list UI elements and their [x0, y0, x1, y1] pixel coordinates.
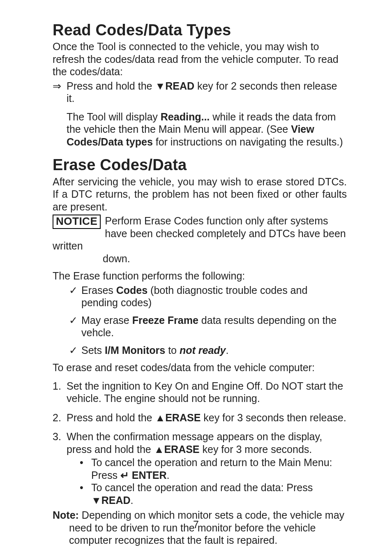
check-text: Erases Codes (both diagnostic trouble co… [81, 284, 347, 309]
section-intro: After servicing the vehicle, you may wis… [53, 176, 347, 213]
document-page: Read Codes/Data Types Once the Tool is c… [0, 0, 392, 552]
arrow-right-double-icon: ⇒ [53, 80, 67, 105]
list-text: Press and hold the ▲ERASE key for 3 seco… [67, 411, 346, 424]
check-text: Sets I/M Monitors to not ready. [81, 344, 228, 357]
section-heading-erase-codes: Erase Codes/Data [53, 155, 347, 174]
triangle-down-icon: ▼ [155, 80, 165, 92]
page-number: 7 [0, 518, 392, 531]
text-fragment: To cancel the operation and read the dat… [91, 482, 313, 493]
sub-bullet-list: • To cancel the operation and return to … [67, 456, 347, 506]
instruction-text: Press and hold the ▼READ key for 2 secon… [67, 80, 347, 105]
text-fragment: for instructions on navigating the resul… [153, 136, 343, 148]
list-item: 2. Press and hold the ▲ERASE key for 3 s… [53, 411, 347, 424]
triangle-up-icon: ▲ [155, 412, 165, 423]
bullet-icon: • [80, 456, 91, 481]
check-list: ✓ Erases Codes (both diagnostic trouble … [69, 284, 347, 357]
bold-text: Freeze Frame [132, 314, 198, 326]
check-item: ✓ Sets I/M Monitors to not ready. [69, 344, 347, 357]
key-label: READ [165, 80, 194, 92]
list-item: 3. When the confirmation message appears… [53, 430, 347, 506]
triangle-down-icon: ▼ [91, 494, 101, 506]
notice-text-cont: down. [103, 252, 347, 265]
notice-block: NOTICE Perform Erase Codes function only… [53, 215, 347, 265]
instruction-lead: To erase and reset codes/data from the v… [53, 361, 347, 374]
list-number: 2. [53, 411, 67, 424]
sub-bullet-item: • To cancel the operation and return to … [80, 456, 347, 481]
key-label: ENTER [129, 469, 167, 481]
bold-italic-text: not ready [180, 344, 226, 356]
triangle-up-icon: ▲ [154, 443, 164, 455]
list-text: When the confirmation message appears on… [67, 430, 347, 506]
list-item: 1. Set the ingnition to Key On and Engin… [53, 380, 347, 405]
key-label: ERASE [164, 443, 199, 455]
check-text: May erase Freeze Frame data results depe… [81, 314, 347, 339]
list-text: Set the ingnition to Key On and Engine O… [67, 380, 347, 405]
text-fragment: to [165, 344, 180, 356]
sub-bullet-text: To cancel the operation and read the dat… [91, 481, 347, 506]
text-fragment: The Tool will display [67, 111, 161, 122]
bold-text: I/M Monitors [105, 344, 165, 356]
check-item: ✓ May erase Freeze Frame data results de… [69, 314, 347, 339]
erase-intro: The Erase function performs the followin… [53, 270, 347, 282]
check-icon: ✓ [69, 314, 81, 339]
check-icon: ✓ [69, 344, 81, 357]
text-fragment: . [131, 494, 134, 506]
bold-text: Codes [116, 284, 148, 296]
key-label: READ [101, 494, 131, 506]
enter-arrow-icon: ↵ [120, 469, 129, 481]
section-heading-read-codes: Read Codes/Data Types [53, 21, 347, 39]
text-fragment: key for 3 more seconds. [200, 443, 312, 455]
sub-bullet-item: • To cancel the operation and read the d… [80, 481, 347, 506]
section-intro: Once the Tool is connected to the vehicl… [53, 40, 347, 78]
text-fragment: Sets [81, 344, 105, 356]
list-number: 1. [53, 380, 67, 405]
instruction-arrow-item: ⇒ Press and hold the ▼READ key for 2 sec… [53, 80, 347, 105]
check-item: ✓ Erases Codes (both diagnostic trouble … [69, 284, 347, 309]
text-fragment: . [226, 344, 228, 356]
key-label: ERASE [165, 412, 201, 423]
sub-bullet-text: To cancel the operation and return to th… [91, 456, 347, 481]
text-fragment: Erases [81, 284, 116, 296]
notice-label-box: NOTICE [53, 215, 101, 229]
text-fragment: May erase [81, 314, 132, 326]
check-icon: ✓ [69, 284, 81, 309]
list-number: 3. [53, 430, 67, 506]
text-fragment: Press and hold the [67, 412, 155, 423]
bold-text: Reading... [161, 111, 210, 122]
text-fragment: . [167, 469, 170, 481]
text-fragment: key for 3 seconds then release. [201, 412, 346, 423]
numbered-list: 1. Set the ingnition to Key On and Engin… [53, 380, 347, 507]
text-fragment: Press and hold the [67, 80, 155, 92]
bullet-icon: • [80, 481, 91, 506]
instruction-detail: The Tool will display Reading... while i… [67, 111, 347, 148]
